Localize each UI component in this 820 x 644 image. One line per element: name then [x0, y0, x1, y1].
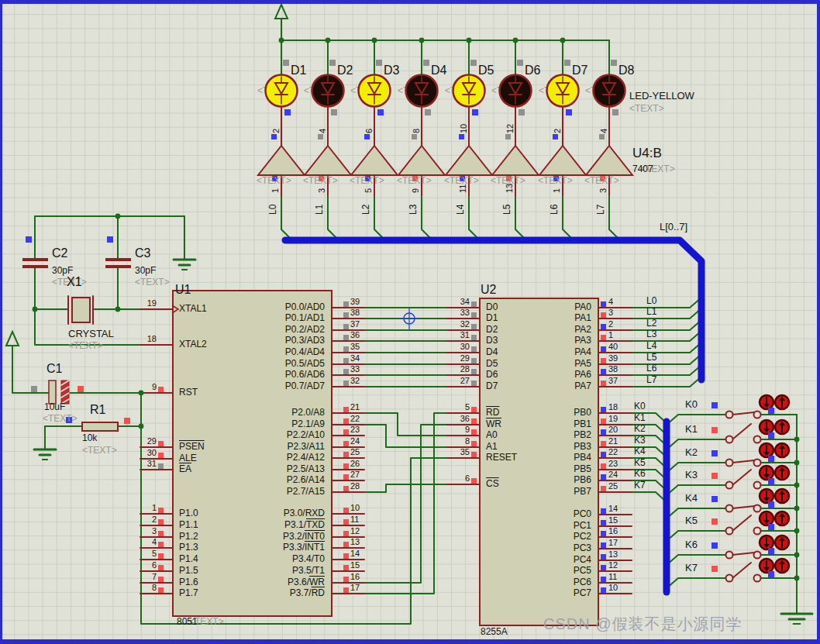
- buffer-placeholder: <TEXT>: [257, 176, 291, 186]
- led-ref: D6: [525, 64, 540, 77]
- chip-pin-number: 10: [608, 584, 618, 593]
- chip-pin-number: 35: [350, 343, 360, 352]
- chip-pin-number: 35: [446, 448, 470, 457]
- chip-pin-number: 26: [350, 460, 360, 469]
- pin-name-text: PB7: [574, 486, 591, 497]
- chip-pin-number: 15: [350, 561, 360, 570]
- chip-pin-number: 37: [350, 320, 360, 329]
- c1-value: 10uF: [44, 402, 65, 412]
- u2-part: 8255A: [481, 627, 508, 637]
- pin-name-text: P1.6: [179, 577, 198, 587]
- chip-pin-name: PC0: [498, 509, 591, 519]
- switch-label: K4: [685, 493, 698, 504]
- net-label-l: L3: [646, 329, 656, 339]
- pin-name-text: P0.7/AD7: [285, 381, 325, 391]
- bus-label: L[0..7]: [660, 222, 687, 232]
- led-ref: D4: [431, 64, 446, 77]
- chip-pin-number: 2: [608, 320, 613, 329]
- chip-pin-name: P0.2/AD2: [224, 325, 325, 335]
- pin-name-text: D5: [486, 358, 498, 369]
- pin-name-text: P2.3/A11: [288, 441, 325, 452]
- chip-pin-number: 10: [350, 504, 360, 513]
- pin-name-text: PC2: [574, 531, 591, 542]
- chip-pin-number: 31: [133, 460, 157, 469]
- chip-pin-number: 39: [608, 354, 618, 363]
- chip-pin-number: 32: [350, 377, 360, 386]
- pin-name-text: P3.3/: [283, 542, 305, 553]
- pin-name-text: P3.5/T1: [292, 565, 325, 576]
- chip-pin-name: CS: [486, 479, 499, 489]
- chip-pin-name: P0.3/AD3: [224, 336, 325, 346]
- pin-name-text: P0.0/AD0: [285, 301, 325, 312]
- pin-name-text: P0.5/AD5: [285, 358, 325, 369]
- chip-pin-name: PB6: [498, 475, 591, 485]
- chip-pin-number: 16: [608, 527, 618, 536]
- net-label-l: L3: [408, 205, 419, 215]
- net-label-l: L5: [646, 353, 656, 363]
- buffer-in-pin: 3: [318, 188, 327, 193]
- chip-pin-number: 2: [133, 515, 157, 525]
- chip-pin-number: 16: [350, 573, 360, 582]
- pin-name-text: P3.2/: [283, 531, 305, 542]
- chip-pin-number: 23: [350, 425, 360, 435]
- pin-name-text: P2.4/A12: [287, 452, 325, 463]
- pin-name-text: P1.2: [179, 531, 198, 542]
- pin-name-overlined: RD: [486, 407, 499, 418]
- pin-name-text: P1.0: [179, 508, 198, 518]
- chip-pin-name: PC3: [498, 543, 591, 553]
- chip-pin-name: PC5: [498, 566, 591, 576]
- chip-pin-number: 38: [608, 365, 618, 374]
- switch-label: K0: [685, 399, 698, 410]
- chip-pin-number: 5: [133, 549, 157, 559]
- chip-pin-number: 32: [446, 320, 470, 329]
- chip-pin-name: D7: [486, 381, 498, 391]
- chip-pin-number: 39: [350, 298, 360, 307]
- chip-pin-name: PB3: [498, 442, 591, 452]
- chip-pin-number: 29: [133, 437, 157, 446]
- net-label-l: L2: [646, 319, 656, 329]
- chip-pin-number: 22: [350, 415, 360, 424]
- chip-pin-number: 24: [608, 470, 618, 480]
- sheet-frame-bottom: [0, 639, 820, 644]
- chip-pin-name: D4: [486, 347, 498, 357]
- pin-name-text: PC1: [574, 520, 591, 531]
- chip-pin-name: P3.5/T1: [224, 566, 325, 576]
- pin-name-text: D4: [486, 346, 498, 357]
- led-ref: D8: [618, 64, 634, 77]
- chip-pin-name: P0.5/AD5: [224, 359, 325, 369]
- led-ref: D5: [478, 64, 494, 77]
- chip-pin-name: D2: [486, 325, 498, 335]
- chip-pin-number: 13: [350, 538, 360, 547]
- buffer-out-pin: 10: [460, 124, 469, 133]
- pin-name-overlined: WR: [309, 577, 325, 587]
- chip-pin-number: 25: [608, 482, 618, 491]
- c3-ref: C3: [135, 247, 150, 260]
- u4-part: 7407: [632, 164, 653, 174]
- led-ref: D7: [572, 64, 587, 77]
- chip-pin-name: PB2: [498, 430, 591, 440]
- pin-name-text: P3.1/: [284, 519, 306, 530]
- chip-pin-number: 9: [133, 383, 157, 392]
- pin-name-text: PC7: [574, 587, 591, 598]
- pin-name-text: ALE: [179, 453, 197, 463]
- chip-pin-name: PB7: [498, 487, 591, 497]
- net-label-l: L1: [646, 307, 656, 317]
- chip-pin-number: 36: [446, 415, 470, 424]
- chip-pin-number: 24: [350, 437, 360, 446]
- chip-pin-name: P1.2: [179, 532, 198, 542]
- pin-name-text: A0: [486, 429, 498, 440]
- pin-name-text: RST: [179, 387, 198, 398]
- buffer-out-pin: 4: [600, 129, 609, 133]
- chip-pin-number: 30: [446, 343, 470, 352]
- buffer-out-pin: 2: [553, 129, 563, 133]
- buffer-in-pin: 3: [599, 188, 608, 193]
- pin-name-text: P2.6/A14: [287, 474, 325, 485]
- pin-name-text: P0.3/AD3: [285, 335, 325, 346]
- pin-name-text: P1.5: [179, 565, 198, 576]
- u4-ref: U4:B: [632, 146, 662, 160]
- chip-pin-number: 1: [608, 331, 613, 340]
- chip-pin-number: 36: [350, 331, 360, 340]
- pin-name-text: P2.1/A9: [291, 418, 325, 429]
- pin-name-text: P0.1/AD1: [285, 312, 325, 323]
- pin-name-text: PB3: [574, 441, 591, 452]
